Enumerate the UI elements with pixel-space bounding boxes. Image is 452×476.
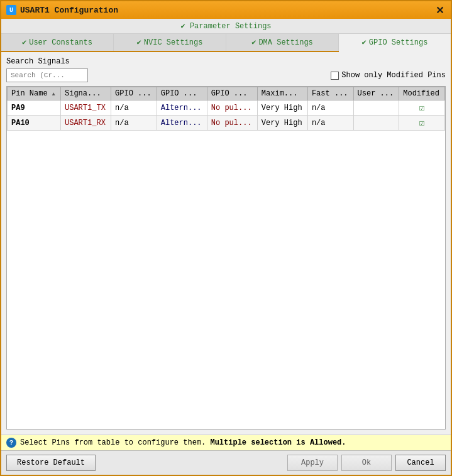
modified-check-icon: ☑ <box>419 118 424 128</box>
button-bar: Restore Default Apply Ok Cancel <box>1 450 451 475</box>
modified-check-icon: ☑ <box>419 103 424 113</box>
cell-gpio-speed: No pul... <box>207 116 257 131</box>
title-bar-left: U USART1 Configuration <box>6 5 118 15</box>
cell-user-label <box>353 116 399 131</box>
col-max-output[interactable]: Maxim... <box>257 87 307 100</box>
title-bar: U USART1 Configuration ✕ <box>1 1 451 19</box>
gpio-table: Pin Name ▲ Signa... GPIO ... GPIO ... <box>7 87 445 131</box>
cell-modified[interactable]: ☑ <box>399 100 445 116</box>
cell-pin-name: PA10 <box>8 116 61 131</box>
close-button[interactable]: ✕ <box>433 4 446 16</box>
search-row: Show only Modified Pins <box>6 68 446 82</box>
tab-nvic-settings-label: NVIC Settings <box>144 38 203 47</box>
main-window: U USART1 Configuration ✕ ✔ Parameter Set… <box>0 0 452 476</box>
cell-fast-mode: n/a <box>307 100 353 116</box>
content-area: Search Signals Show only Modified Pins P… <box>1 52 451 435</box>
col-user-label[interactable]: User ... <box>353 87 399 100</box>
tab-user-constants[interactable]: ✔ User Constants <box>1 34 114 51</box>
cell-max-output: Very High <box>257 116 307 131</box>
cell-gpio-mode: n/a <box>111 100 157 116</box>
apply-button[interactable]: Apply <box>287 455 338 471</box>
tab-dma-settings-check: ✔ <box>251 38 256 47</box>
param-settings-check: ✔ <box>180 22 185 31</box>
show-modified-checkbox[interactable] <box>331 72 339 80</box>
cell-fast-mode: n/a <box>307 116 353 131</box>
col-modified[interactable]: Modified <box>399 87 445 100</box>
table-header: Pin Name ▲ Signa... GPIO ... GPIO ... <box>8 87 445 100</box>
tab-gpio-settings[interactable]: ✔ GPIO Settings <box>339 34 451 52</box>
tabs-bar: ✔ User Constants ✔ NVIC Settings ✔ DMA S… <box>1 34 451 52</box>
window-title: USART1 Configuration <box>20 6 118 15</box>
col-gpio-pull[interactable]: GPIO ... <box>157 87 207 100</box>
cell-gpio-pull: Altern... <box>157 100 207 116</box>
right-buttons: Apply Ok Cancel <box>287 455 446 471</box>
tab-nvic-settings[interactable]: ✔ NVIC Settings <box>114 34 226 51</box>
show-modified-pins-label[interactable]: Show only Modified Pins <box>331 71 446 80</box>
app-icon: U <box>6 5 16 15</box>
gpio-table-container: Pin Name ▲ Signa... GPIO ... GPIO ... <box>6 86 446 430</box>
cell-gpio-speed: No pul... <box>207 100 257 116</box>
ok-button[interactable]: Ok <box>341 455 392 471</box>
cell-signal-name: USART1_TX <box>61 100 111 116</box>
table-body: PA9 USART1_TX n/a Altern... No pul... Ve… <box>8 100 445 131</box>
search-signals-label: Search Signals <box>6 57 446 66</box>
tab-user-constants-check: ✔ <box>22 38 26 47</box>
status-bar: ? Select Pins from table to configure th… <box>1 435 451 450</box>
search-section: Search Signals Show only Modified Pins <box>6 57 446 82</box>
tab-gpio-settings-label: GPIO Settings <box>369 38 428 47</box>
tab-gpio-settings-check: ✔ <box>362 38 367 47</box>
table-row[interactable]: PA10 USART1_RX n/a Altern... No pul... V… <box>8 116 445 131</box>
tab-user-constants-label: User Constants <box>29 38 92 47</box>
search-input[interactable] <box>6 68 88 82</box>
status-text: Select Pins from table to configure them… <box>20 438 346 447</box>
param-settings-label: Parameter Settings <box>190 22 272 31</box>
cell-user-label <box>353 100 399 116</box>
cell-pin-name: PA9 <box>8 100 61 116</box>
cancel-button[interactable]: Cancel <box>395 455 446 471</box>
col-gpio-mode[interactable]: GPIO ... <box>111 87 157 100</box>
sort-arrow-pin: ▲ <box>52 91 55 97</box>
param-settings-bar: ✔ Parameter Settings <box>1 19 451 34</box>
table-row[interactable]: PA9 USART1_TX n/a Altern... No pul... Ve… <box>8 100 445 116</box>
tab-dma-settings-label: DMA Settings <box>258 38 312 47</box>
col-gpio-speed[interactable]: GPIO ... <box>207 87 257 100</box>
cell-signal-name: USART1_RX <box>61 116 111 131</box>
col-pin-name[interactable]: Pin Name ▲ <box>8 87 61 100</box>
col-signal-name[interactable]: Signa... <box>61 87 111 100</box>
restore-default-button[interactable]: Restore Default <box>6 455 96 471</box>
cell-max-output: Very High <box>257 100 307 116</box>
tab-dma-settings[interactable]: ✔ DMA Settings <box>226 34 339 51</box>
show-modified-pins-text: Show only Modified Pins <box>341 71 446 80</box>
tab-nvic-settings-check: ✔ <box>137 38 141 47</box>
col-fast-mode[interactable]: Fast ... <box>307 87 353 100</box>
cell-gpio-mode: n/a <box>111 116 157 131</box>
cell-modified[interactable]: ☑ <box>399 116 445 131</box>
status-icon: ? <box>6 438 16 448</box>
cell-gpio-pull: Altern... <box>157 116 207 131</box>
